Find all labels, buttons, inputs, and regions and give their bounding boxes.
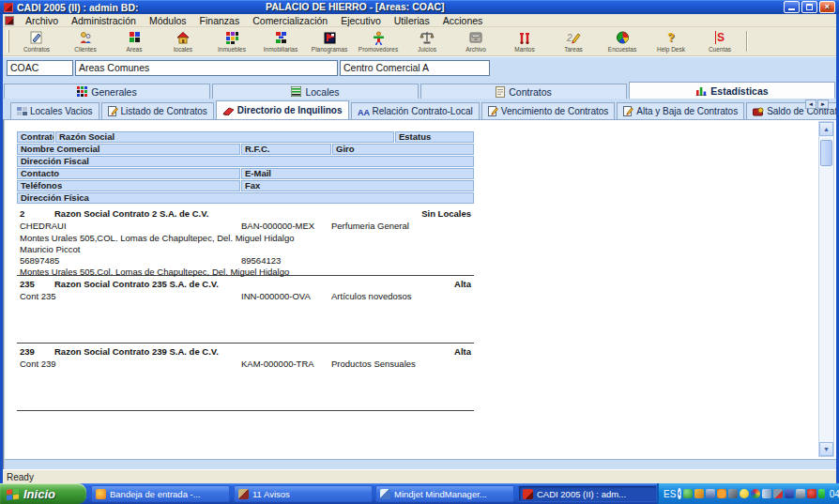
toolbar-label: Promovedores [358, 46, 398, 53]
tab-generales[interactable]: Generales [4, 84, 210, 99]
property-name-field[interactable]: Centro Comercial A [340, 60, 490, 76]
task-mindmanager[interactable]: Mindjet MindManager... [375, 485, 514, 502]
task-bandeja-de-entrada[interactable]: Bandeja de entrada -... [91, 485, 230, 502]
toolbar-button-locales[interactable]: locales [159, 27, 207, 55]
tab-relacion-contrato-local[interactable]: AA Relación Contrato-Local [351, 102, 480, 119]
record-contrato: 2 [20, 208, 54, 220]
vertical-scrollbar[interactable]: ▲ ▼ [818, 121, 834, 457]
task-avisos[interactable]: 11 Avisos [234, 485, 373, 502]
tray-mail-icon[interactable] [694, 489, 704, 498]
tray-smiley-icon[interactable] [740, 489, 749, 498]
tab-locales-vacios[interactable]: Locales Vacios [10, 102, 99, 119]
close-button[interactable]: × [819, 1, 835, 13]
toolbar-label: Mantos [514, 46, 534, 53]
tab-listado-de-contratos[interactable]: Listado de Contratos [101, 102, 214, 119]
start-label: Inicio [23, 487, 55, 501]
tab-directorio-de-inquilinos[interactable]: Directorio de Inquilinos [216, 100, 349, 119]
tray-chevron-icon[interactable]: ‹ [678, 488, 680, 499]
tab-scroll-right-icon[interactable]: ► [817, 99, 829, 109]
header-giro: Giro [332, 144, 474, 155]
task-cadi[interactable]: CADI 2005 (II) : adm... [518, 485, 657, 502]
area-code-field[interactable]: COAC [7, 60, 73, 76]
generales-grid-icon [77, 86, 87, 97]
menu-finanzas[interactable]: Finanzas [193, 14, 247, 27]
toolbar-button-tareas[interactable]: 2 Tareas [549, 27, 598, 55]
toolbar-button-mantos[interactable]: Mantos [500, 27, 549, 55]
record-contrato: 235 [20, 279, 54, 290]
header-direccion-fisica: Dirección Física [17, 192, 474, 204]
toolbar-button-helpdesk[interactable]: ? Help Desk [647, 27, 695, 55]
app-window: CADI 2005 (II) : admin BD: PALACIO DE HI… [0, 0, 839, 504]
toolbar-button-inmuebles[interactable]: Inmuebles [207, 27, 256, 55]
toolbar-button-inmobiliarias[interactable]: Inmobiliarias [256, 27, 305, 55]
toolbar-button-cuentas[interactable]: S Cuentas [695, 27, 744, 55]
minimize-button[interactable] [784, 1, 800, 13]
toolbar-button-promovedores[interactable]: Promovedores [354, 27, 403, 55]
tab-vencimiento-de-contratos[interactable]: Vencimiento de Contratos [481, 102, 616, 119]
tray-volume-icon[interactable] [818, 489, 825, 498]
tray-vnc-icon[interactable] [785, 489, 794, 498]
tab-scroll-buttons: ◄ ► [805, 99, 829, 109]
locales-list-icon [291, 86, 301, 97]
header-fax: Fax [241, 180, 474, 191]
locales-house-icon [175, 30, 191, 45]
header-estatus: Estatus [395, 131, 474, 143]
relation-aa-icon: AA [358, 107, 370, 116]
header-direccion-fiscal: Dirección Fiscal [17, 156, 474, 167]
tray-device-icon[interactable] [728, 489, 738, 498]
record-razon-social: Razon Social Contrato 239 S.A. de C.V. [54, 346, 454, 358]
tray-sync-arrows-icon[interactable] [762, 489, 771, 498]
tab-locales[interactable]: Locales [212, 84, 419, 99]
record-estatus: Alta [454, 279, 471, 290]
tray-pinwheel-icon[interactable] [751, 489, 760, 498]
toolbar-button-clientes[interactable]: Clientes [61, 27, 110, 55]
tab-contratos[interactable]: Contratos [420, 84, 627, 99]
toolbar-button-juicios[interactable]: Juicios [403, 27, 451, 55]
menu-administracion[interactable]: Administración [65, 14, 143, 27]
tareas-pencil-icon: 2 [566, 30, 581, 45]
record-contacto: Mauricio Piccot [20, 244, 471, 255]
tray-network-icon[interactable] [706, 489, 715, 498]
menu-acciones[interactable]: Acciones [436, 14, 490, 27]
menu-comercializacion[interactable]: Comercialización [246, 14, 334, 27]
tab-estadisticas[interactable]: Estadísticas [629, 82, 835, 99]
tray-security-shield-icon[interactable] [807, 489, 816, 498]
tray-scheduler-icon[interactable] [717, 489, 726, 498]
scrollbar-thumb[interactable] [820, 140, 832, 166]
cadi-app-icon [523, 489, 533, 499]
toolbar-button-encuestas[interactable]: Encuestas [598, 27, 647, 55]
tray-network-offline-icon[interactable] [773, 489, 783, 498]
menu-utilerias[interactable]: Utilerias [388, 14, 436, 27]
toolbar-button-planogramas[interactable]: Planogramas [305, 27, 354, 55]
toolbar-label: Cuentas [709, 46, 731, 53]
area-name-field[interactable]: Areas Comunes [75, 60, 338, 76]
record-nombre-comercial: CHEDRAUI [20, 221, 241, 232]
record-row[interactable]: 239 Razon Social Contrato 239 S.A. de C.… [17, 344, 474, 411]
task-label: Mindjet MindManager... [394, 489, 487, 499]
record-row[interactable]: 235 Razon Social Contrato 235 S.A. de C.… [17, 276, 474, 344]
toolbar-button-archivo[interactable]: Archivo [451, 27, 500, 55]
start-button[interactable]: Inicio [0, 483, 86, 504]
contract-expiry-icon [488, 106, 498, 116]
report-content: Contrato Razón Social Estatus Nombre Com… [3, 119, 836, 469]
header-email: E-Mail [241, 168, 474, 179]
toolbar-button-areas[interactable]: Areas [110, 27, 159, 55]
tray-messenger-icon[interactable] [683, 489, 693, 498]
restore-button[interactable] [801, 1, 817, 13]
tab-scroll-left-icon[interactable]: ◄ [805, 99, 816, 109]
tray-display-icon[interactable] [796, 489, 805, 498]
tab-label: Locales [305, 86, 339, 98]
toolbar-button-contratos[interactable]: Contratos [12, 27, 61, 55]
toolbar-separator [746, 31, 748, 52]
language-indicator[interactable]: ES [664, 489, 676, 499]
scroll-down-icon[interactable]: ▼ [819, 442, 833, 456]
menu-modulos[interactable]: Módulos [143, 14, 193, 27]
record-row[interactable]: 2 Razon Social Contrato 2 S.A. de C.V. S… [17, 206, 474, 276]
scroll-up-icon[interactable]: ▲ [819, 122, 833, 136]
tab-alta-y-baja-de-contratos[interactable]: Alta y Baja de Contratos [617, 102, 744, 119]
menu-archivo[interactable]: Archivo [19, 14, 65, 27]
contract-list-icon [108, 106, 118, 116]
header-contacto: Contacto [17, 168, 240, 179]
main-tab-bar: Generales Locales Contratos Estadísticas [3, 79, 836, 99]
menu-ejecutivo[interactable]: Ejecutivo [334, 14, 388, 27]
